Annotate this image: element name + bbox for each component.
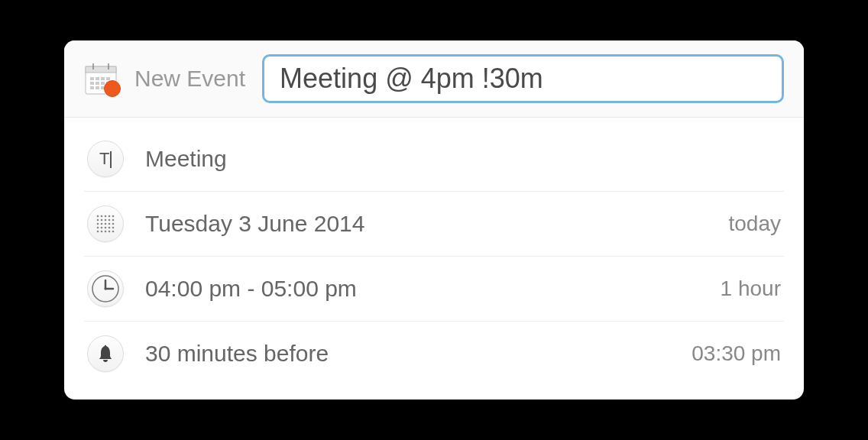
svg-rect-5 — [96, 77, 99, 80]
event-duration: 1 hour — [721, 277, 781, 301]
svg-rect-13 — [96, 86, 99, 89]
reminder-text: 30 minutes before — [145, 341, 670, 367]
svg-point-29 — [108, 223, 111, 225]
svg-point-33 — [105, 227, 107, 229]
svg-point-16 — [97, 215, 99, 218]
svg-point-17 — [101, 215, 103, 218]
svg-point-34 — [108, 227, 111, 229]
svg-point-35 — [112, 227, 115, 229]
date-dots-icon — [87, 205, 124, 242]
svg-point-20 — [112, 215, 115, 218]
svg-point-18 — [105, 215, 107, 218]
svg-rect-12 — [90, 86, 94, 89]
time-row[interactable]: 04:00 pm - 05:00 pm 1 hour — [84, 257, 784, 322]
svg-rect-9 — [96, 82, 99, 85]
svg-rect-4 — [90, 77, 94, 80]
svg-rect-8 — [90, 82, 94, 85]
event-date-relative: today — [729, 212, 782, 236]
header-label: New Event — [134, 66, 245, 92]
text-cursor-icon: T — [87, 141, 124, 177]
event-title: Meeting — [145, 146, 781, 172]
event-details: T Meeting Tuesday 3 June 2014 today — [64, 118, 804, 400]
date-row[interactable]: Tuesday 3 June 2014 today — [84, 192, 784, 257]
svg-point-19 — [108, 215, 111, 218]
title-row[interactable]: T Meeting — [84, 127, 784, 192]
svg-point-22 — [101, 219, 103, 222]
svg-point-37 — [101, 231, 103, 233]
reminder-time: 03:30 pm — [691, 341, 781, 366]
svg-point-24 — [108, 219, 111, 222]
clock-icon — [87, 270, 124, 307]
svg-point-32 — [101, 227, 103, 229]
svg-point-27 — [101, 223, 103, 225]
new-event-window: New Event T Meeting — [64, 40, 804, 400]
svg-point-44 — [105, 288, 107, 290]
svg-point-30 — [112, 223, 115, 225]
calendar-icon — [84, 62, 118, 95]
event-time-range: 04:00 pm - 05:00 pm — [145, 276, 699, 302]
svg-point-21 — [97, 219, 99, 222]
event-input[interactable] — [262, 54, 784, 103]
svg-rect-1 — [86, 66, 116, 73]
svg-point-25 — [112, 219, 115, 222]
svg-point-39 — [108, 231, 111, 233]
window-header: New Event — [64, 40, 804, 118]
svg-point-40 — [112, 231, 115, 233]
svg-rect-6 — [101, 77, 105, 80]
calendar-color-dot — [104, 80, 121, 97]
svg-point-23 — [105, 219, 107, 222]
svg-point-28 — [105, 223, 107, 225]
reminder-row[interactable]: 30 minutes before 03:30 pm — [84, 322, 784, 386]
svg-point-31 — [97, 227, 99, 229]
bell-icon — [87, 335, 124, 372]
svg-point-38 — [105, 231, 107, 233]
svg-point-26 — [97, 223, 99, 225]
svg-point-36 — [97, 231, 99, 233]
event-date: Tuesday 3 June 2014 — [145, 211, 708, 237]
